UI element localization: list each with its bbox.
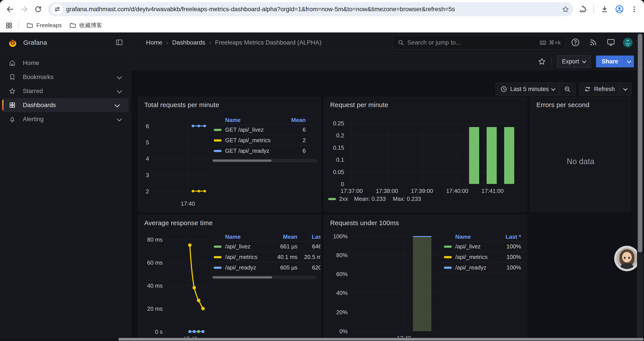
time-range-picker[interactable]: Last 5 minutes <box>496 83 560 96</box>
series-last: 100% <box>497 243 524 250</box>
horizontal-scrollbar[interactable] <box>0 337 644 341</box>
breadcrumb-home[interactable]: Home <box>146 39 162 46</box>
legend-col-last[interactable]: Last * <box>495 233 524 240</box>
scrollbar-thumb[interactable] <box>118 338 644 340</box>
grafana-main: Home › Dashboards › Freeleaps Metrics Da… <box>131 33 644 341</box>
share-menu-button[interactable] <box>624 56 634 67</box>
gridline-1740 <box>404 236 404 331</box>
scrollbar-thumb[interactable] <box>212 160 272 162</box>
sidebar-item-starred[interactable]: Starred <box>0 84 131 98</box>
series-name[interactable]: 2xx <box>339 195 348 202</box>
y-tick: 4 <box>138 155 149 162</box>
reload-icon <box>34 5 42 13</box>
share-button[interactable]: Share <box>596 56 624 67</box>
sidebar-item-dashboards[interactable]: Dashboards <box>2 98 129 112</box>
kiosk-mode-button[interactable] <box>606 38 616 47</box>
search-placeholder: Search or jump to... <box>407 39 539 46</box>
legend-row[interactable]: /api/_readyz 605 µs 620 <box>212 262 321 273</box>
series-mean: 6 <box>282 126 317 133</box>
series-name: /api/_livez <box>225 243 267 250</box>
extensions-icon[interactable] <box>579 5 587 13</box>
legend-col-name[interactable]: Name <box>212 117 280 124</box>
legend-col-name[interactable]: Name <box>212 233 267 240</box>
legend-row[interactable]: /api/_livez 100% <box>442 241 524 252</box>
y-tick: 5 <box>138 139 149 146</box>
scrollbar-thumb[interactable] <box>212 276 272 278</box>
legend-col-last[interactable]: Las <box>298 233 321 240</box>
site-settings-icon[interactable] <box>52 4 63 15</box>
legend-scrollbar[interactable] <box>212 276 317 279</box>
chevron-down-icon[interactable] <box>116 74 122 79</box>
bookmark-star-icon[interactable] <box>562 6 569 13</box>
refresh-icon <box>584 86 591 93</box>
favorite-star-button[interactable] <box>538 57 546 66</box>
avatar-body <box>620 263 634 269</box>
y-tick: 40% <box>324 290 348 296</box>
breadcrumb-dashboards[interactable]: Dashboards <box>172 39 205 46</box>
legend-row[interactable]: /api/_readyz 100% <box>442 262 524 273</box>
reload-button[interactable] <box>31 2 45 16</box>
panel-requests-under-100ms[interactable]: Requests under 100ms 100% 80% 60% 40% 20… <box>324 215 527 341</box>
news-button[interactable] <box>589 38 598 47</box>
legend-col-mean[interactable]: Mean <box>267 233 298 240</box>
grafana-app: Grafana Home Bookmarks Starred <box>0 33 644 341</box>
toolbar-divider <box>593 5 594 14</box>
refresh-button[interactable]: Refresh <box>580 83 619 96</box>
legend-row[interactable]: /api/_metrics 100% <box>442 252 524 262</box>
toolbar-divider <box>551 57 552 66</box>
sidebar-item-home[interactable]: Home <box>0 56 131 70</box>
vertical-scrollbar[interactable] <box>637 33 643 341</box>
url-text[interactable]: grafana.mathmast.com/d/deytv4rwavabkb/fr… <box>66 6 562 13</box>
legend-row[interactable]: GET /api/_readyz 6 <box>212 146 317 156</box>
sidebar-item-alerting[interactable]: Alerting <box>0 112 131 126</box>
download-icon[interactable] <box>600 5 608 13</box>
chevron-down-icon[interactable] <box>114 102 120 107</box>
monitor-icon <box>606 38 616 47</box>
dashboard-canvas: Last 5 minutes Refresh <box>131 70 644 341</box>
bookmark-folder-freeleaps[interactable]: Freeleaps <box>26 22 62 29</box>
legend-col-name[interactable]: Name <box>442 233 495 240</box>
zoom-out-button[interactable] <box>560 83 575 96</box>
series-last: 100% <box>497 254 524 260</box>
back-button[interactable] <box>3 2 17 16</box>
legend-row[interactable]: /api/_livez 661 µs 646 <box>212 241 321 252</box>
y-tick: 80% <box>324 252 348 259</box>
panel-average-response-time[interactable]: Average response time 80 ms 60 ms 40 ms … <box>138 215 321 341</box>
bookmark-folder-blogs[interactable]: 收藏博客 <box>69 22 102 29</box>
legend-col-mean[interactable]: Mean <box>280 117 317 124</box>
panel-total-requests[interactable]: Total requests per minute 6 5 4 3 2 <box>138 97 321 212</box>
legend-row[interactable]: GET /api/_livez 6 <box>212 124 317 135</box>
series-last: 620 <box>298 264 321 271</box>
legend-scrollbar[interactable] <box>212 159 317 162</box>
scrollbar-thumb[interactable] <box>638 34 642 252</box>
search-input[interactable]: Search or jump to... ⌘+k <box>393 36 565 50</box>
help-button[interactable] <box>571 38 580 47</box>
url-bar[interactable]: grafana.mathmast.com/d/deytv4rwavabkb/fr… <box>48 2 573 16</box>
apps-grid-icon[interactable] <box>5 22 13 29</box>
sidebar-item-bookmarks[interactable]: Bookmarks <box>0 70 131 84</box>
refresh-interval-button[interactable] <box>620 83 631 96</box>
forward-arrow-icon <box>20 5 28 14</box>
sidebar-toggle-button[interactable] <box>115 38 124 47</box>
sidebar-item-label: Bookmarks <box>23 74 54 81</box>
legend-row[interactable]: /api/_metrics 40.1 ms 20.5 m <box>212 252 321 262</box>
panel-title: Total requests per minute <box>144 101 219 109</box>
home-icon <box>9 60 16 67</box>
legend-inline: 2xx Mean: 0.233 Max: 0.233 <box>328 195 421 202</box>
panel-request-per-minute[interactable]: Request per minute 0.25 0.2 0.15 0.1 0.0… <box>324 97 527 212</box>
legend-row[interactable]: GET /api/_metrics 2 <box>212 135 317 146</box>
chevron-down-icon <box>627 59 631 63</box>
series-color-pill <box>214 256 222 258</box>
y-tick: 0.05 <box>324 169 344 176</box>
bookmarks-bar: Freeleaps 收藏博客 <box>0 19 644 33</box>
forward-button[interactable] <box>17 2 31 16</box>
chevron-down-icon[interactable] <box>116 116 122 121</box>
export-button[interactable]: Export <box>557 55 591 68</box>
user-avatar[interactable] <box>622 37 633 48</box>
menu-dots-icon[interactable] <box>630 6 638 13</box>
bookmark-folder-label: 收藏博客 <box>79 22 102 29</box>
assistant-avatar-widget[interactable] <box>614 246 640 271</box>
panel-errors-per-second[interactable]: Errors per second No data <box>530 97 631 212</box>
profile-icon[interactable] <box>615 5 624 14</box>
chevron-down-icon[interactable] <box>116 88 122 93</box>
